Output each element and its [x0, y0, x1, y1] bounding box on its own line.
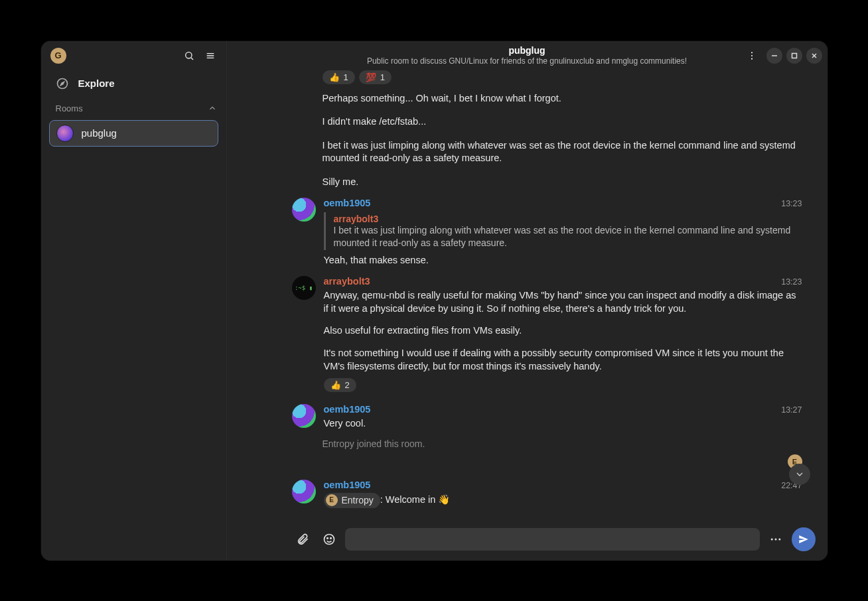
timestamp: 13:23	[781, 277, 802, 287]
message-tail: : Welcome in 👋	[380, 494, 451, 504]
room-topic: Public room to discuss GNU/Linux for fri…	[367, 56, 687, 66]
explore-label: Explore	[78, 78, 115, 89]
room-item-pubglug[interactable]: pubglug	[49, 120, 218, 147]
message-text: Anyway, qemu-nbd is really useful for ma…	[324, 287, 802, 318]
rooms-label: Rooms	[56, 103, 83, 113]
quote-username: arraybolt3	[334, 214, 802, 224]
username[interactable]: arraybolt3	[324, 276, 370, 287]
attachment-icon[interactable]	[292, 529, 313, 550]
user-avatar-oemb1905[interactable]	[292, 198, 316, 222]
svg-point-19	[778, 538, 780, 540]
svg-point-16	[330, 537, 331, 539]
message-text: Also useful for extracting files from VM…	[324, 318, 802, 340]
message-text: I didn't make /etc/fstab...	[227, 107, 828, 131]
reaction-row: 👍 1 💯 1	[227, 70, 828, 90]
message-list[interactable]: 👍 1 💯 1 Perhaps something... Oh wait, I …	[227, 70, 828, 523]
reaction-pill[interactable]: 👍 2	[324, 378, 356, 392]
message-text: It's not something I would use if dealin…	[324, 340, 802, 375]
reaction-emoji: 👍	[329, 72, 340, 82]
svg-point-7	[751, 52, 752, 53]
user-avatar[interactable]: G	[50, 48, 66, 64]
emoji-icon[interactable]	[319, 529, 340, 550]
maximize-button[interactable]	[786, 48, 802, 64]
reaction-count: 1	[344, 72, 348, 82]
close-button[interactable]	[806, 48, 822, 64]
reaction-pill[interactable]: 💯 1	[359, 70, 392, 84]
message-composer	[227, 523, 828, 561]
svg-point-15	[326, 537, 328, 539]
user-avatar-oemb1905[interactable]	[292, 404, 316, 428]
explore-button[interactable]: Explore	[41, 70, 226, 98]
username[interactable]: oemb1905	[324, 404, 371, 415]
user-avatar-oemb1905[interactable]	[292, 480, 316, 503]
message-group: :~$ ▮ arraybolt3 13:23 Anyway, qemu-nbd …	[227, 269, 828, 397]
message-text: Yeah, that makes sense.	[324, 251, 802, 270]
svg-point-8	[751, 54, 752, 56]
chevron-up-icon	[208, 103, 217, 113]
event-avatar-row: E	[227, 452, 828, 469]
app-window: G Explore Rooms pubglug pubglug Pub	[41, 41, 828, 561]
message-group: oemb1905 13:27 Very cool.	[227, 397, 828, 433]
sidebar-header: G	[41, 41, 226, 70]
header: pubglug Public room to discuss GNU/Linux…	[227, 41, 828, 70]
room-avatar	[56, 125, 74, 142]
room-event: Entropy joined this room.	[227, 433, 828, 452]
svg-point-17	[770, 538, 772, 540]
timestamp: 13:23	[781, 199, 802, 208]
search-icon[interactable]	[179, 45, 200, 66]
message-text: Silly me.	[227, 168, 828, 192]
message-group: oemb1905 22:47 E Entropy : Welcome in 👋	[227, 469, 828, 511]
hamburger-icon[interactable]	[200, 45, 221, 66]
header-title-group: pubglug Public room to discuss GNU/Linux…	[227, 45, 828, 66]
reaction-emoji: 👍	[330, 380, 341, 390]
reaction-count: 1	[380, 72, 385, 82]
user-avatar-arraybolt3[interactable]: :~$ ▮	[292, 276, 316, 300]
mention-name: Entropy	[342, 494, 374, 507]
username[interactable]: oemb1905	[324, 480, 371, 490]
reaction-emoji: 💯	[366, 72, 376, 82]
rooms-section-header[interactable]: Rooms	[41, 98, 226, 117]
message-input[interactable]	[345, 528, 760, 551]
send-button[interactable]	[792, 527, 816, 551]
svg-point-18	[774, 538, 776, 540]
user-mention[interactable]: E Entropy	[324, 493, 380, 508]
svg-marker-6	[60, 82, 64, 85]
sidebar: G Explore Rooms pubglug	[41, 41, 227, 561]
message-text: E Entropy : Welcome in 👋	[324, 490, 802, 511]
svg-line-1	[191, 58, 193, 60]
mention-avatar: E	[326, 494, 338, 506]
compass-icon	[56, 77, 69, 90]
kebab-menu-icon[interactable]	[741, 45, 762, 66]
svg-point-0	[185, 52, 191, 58]
message-text: Perhaps something... Oh wait, I bet I kn…	[227, 90, 828, 108]
minimize-button[interactable]	[766, 48, 782, 64]
message-text: Very cool.	[324, 415, 802, 433]
username[interactable]: oemb1905	[324, 198, 371, 208]
svg-rect-11	[792, 53, 796, 58]
message-text: I bet it was just limping along with wha…	[227, 131, 828, 168]
main-panel: pubglug Public room to discuss GNU/Linux…	[227, 41, 828, 561]
message-group: oemb1905 13:23 arraybolt3 I bet it was j…	[227, 191, 828, 269]
svg-point-9	[751, 58, 752, 59]
scroll-to-bottom-button[interactable]	[789, 464, 810, 485]
reaction-count: 2	[345, 380, 350, 390]
reaction-pill[interactable]: 👍 1	[323, 70, 355, 84]
room-name: pubglug	[82, 127, 117, 139]
more-icon[interactable]	[765, 529, 786, 550]
quote-text: I bet it was just limping along with wha…	[334, 224, 802, 248]
svg-point-14	[324, 534, 334, 544]
room-title: pubglug	[508, 45, 545, 56]
reply-quote[interactable]: arraybolt3 I bet it was just limping alo…	[324, 212, 802, 249]
timestamp: 13:27	[781, 405, 802, 415]
